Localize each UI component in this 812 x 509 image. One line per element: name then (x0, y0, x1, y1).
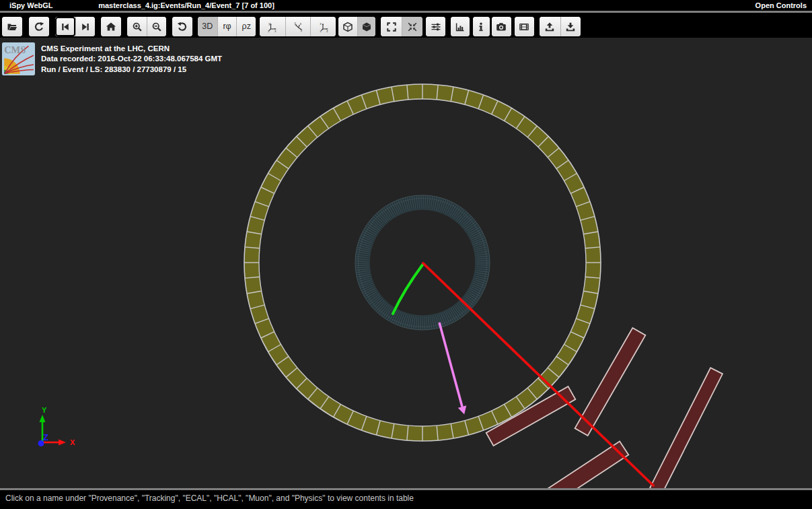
toolbar-group (127, 17, 166, 36)
met-arrow-shaft (439, 323, 462, 407)
x-axis-arrowhead (59, 440, 66, 446)
svg-text:x: x (320, 22, 322, 25)
event-file-title: masterclass_4.ig:Events/Run_4/Event_7 [7… (98, 1, 274, 9)
svg-text:z: z (301, 29, 303, 32)
screenshot-button[interactable] (492, 17, 511, 36)
expand-icon (386, 22, 397, 32)
y-axis-arrowhead (40, 415, 46, 422)
toolbar-group: yzxyxzxyz (260, 17, 336, 36)
exit-fullscreen-button[interactable] (402, 17, 422, 36)
refresh-icon (34, 22, 44, 32)
toolbar-group (172, 17, 192, 36)
reload-button[interactable] (29, 17, 49, 36)
next-event-button[interactable] (75, 17, 96, 36)
display-settings-button[interactable] (426, 17, 445, 36)
zoom-in-icon (132, 22, 143, 32)
undo-icon (177, 22, 188, 32)
axes-yz-icon: xyz (318, 22, 329, 32)
app-title: iSpy WebGL (9, 1, 53, 9)
summary-tables-button[interactable] (451, 17, 470, 36)
axes-yx-icon: yzx (267, 22, 278, 32)
toolbar-group (101, 17, 121, 36)
prev-event-icon (60, 22, 71, 32)
svg-text:x: x (274, 29, 276, 32)
run-event-ls: Run / Event / LS: 283830 / 27730879 / 15 (41, 65, 222, 75)
y-axis-label: Y (42, 406, 47, 414)
next-event-icon (80, 22, 91, 32)
svg-text:CMS: CMS (4, 44, 26, 55)
open-controls-toggle[interactable]: Open Controls (755, 1, 807, 9)
info-icon (476, 22, 486, 32)
undo-button[interactable] (172, 17, 192, 36)
open-file-button[interactable] (2, 17, 22, 36)
view-rhoz-label: ρz (242, 22, 251, 31)
met-arrow[interactable] (439, 323, 466, 415)
toolbar-group (492, 17, 511, 36)
orthographic-view-button[interactable] (357, 17, 376, 36)
toolbar-group (426, 17, 445, 36)
view-3d-label: 3D (202, 22, 213, 31)
event-info-block: CMS CMS Experiment at the LHC, CERN Data… (2, 42, 222, 75)
cms-logo: CMS (2, 42, 35, 75)
toolbar-group (451, 17, 470, 36)
toolbar-group (55, 17, 95, 36)
data-recorded-timestamp: Data recorded: 2016-Oct-22 06:33:48.0675… (41, 54, 222, 64)
axes-xz-icon: yxz (293, 22, 303, 32)
svg-text:x: x (300, 22, 302, 25)
compress-icon (407, 22, 418, 32)
enter-fullscreen-button[interactable] (381, 17, 402, 36)
camera-icon (496, 22, 507, 32)
download-icon (565, 22, 576, 32)
view-axes-xz-button[interactable]: yxz (285, 17, 311, 36)
z-axis-arrowhead (38, 440, 44, 446)
cube-outline-icon (342, 22, 353, 32)
muon-chamber-box[interactable] (650, 368, 723, 488)
toolbar-group (473, 17, 490, 36)
animation-button[interactable] (515, 17, 534, 36)
view-rphi-label: rφ (223, 22, 231, 31)
toolbar-group (381, 17, 422, 36)
film-icon (519, 22, 529, 32)
status-bar-message: Click on a name under "Provenance", "Tra… (0, 490, 812, 509)
title-bar: iSpy WebGL masterclass_4.ig:Events/Run_4… (0, 0, 812, 11)
export-file-button[interactable] (560, 17, 581, 36)
home-icon (106, 22, 116, 32)
green-track[interactable] (393, 264, 423, 314)
event-display-area[interactable]: YXZ CMS CMS Experiment at the LHC, CERN … (0, 38, 812, 488)
toolbar-group (2, 17, 22, 36)
toolbar-group (29, 17, 49, 36)
folder-open-icon (7, 22, 17, 32)
import-file-button[interactable] (540, 17, 560, 36)
event-information-button[interactable] (473, 17, 490, 36)
statusbar-divider (0, 488, 812, 490)
zoom-out-button[interactable] (147, 17, 166, 36)
toolbar-group (515, 17, 534, 36)
view-rphi-button[interactable]: rφ (217, 17, 237, 36)
perspective-view-button[interactable] (338, 17, 357, 36)
toolbar-group (540, 17, 581, 36)
view-3d-button[interactable]: 3D (198, 17, 217, 36)
sliders-icon (431, 22, 441, 32)
toolbar-group (338, 17, 375, 36)
event-display-canvas[interactable]: YXZ (0, 38, 812, 488)
zoom-in-button[interactable] (127, 17, 147, 36)
previous-event-button[interactable] (55, 17, 75, 36)
view-axes-yz-button[interactable]: xyz (310, 17, 336, 36)
toolbar-top-divider (0, 11, 812, 13)
chart-icon (455, 22, 466, 32)
x-axis-label: X (70, 438, 75, 446)
axes-triad: YXZ (38, 406, 76, 446)
home-view-button[interactable] (101, 17, 121, 36)
toolbar: 3Drφρzyzxyxzxyz (0, 13, 812, 38)
z-axis-label: Z (43, 432, 48, 442)
view-axes-yx-button[interactable]: yzx (260, 17, 285, 36)
svg-text:z: z (326, 29, 328, 32)
toolbar-group: 3Drφρz (198, 17, 256, 36)
view-rhoz-button[interactable]: ρz (236, 17, 256, 36)
cube-solid-icon (361, 22, 372, 32)
met-arrow-head (458, 405, 467, 414)
upload-icon (544, 22, 555, 32)
experiment-title: CMS Experiment at the LHC, CERN (41, 44, 222, 54)
zoom-out-icon (151, 22, 162, 32)
